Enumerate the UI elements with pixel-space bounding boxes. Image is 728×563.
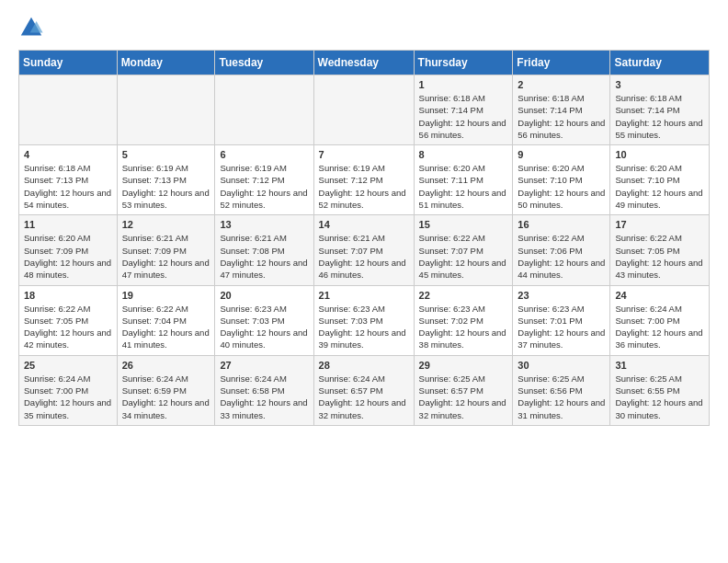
day-number: 30 [518, 360, 605, 371]
cell-content: Sunrise: 6:23 AM Sunset: 7:02 PM Dayligh… [419, 303, 508, 351]
cell-content: Sunrise: 6:22 AM Sunset: 7:04 PM Dayligh… [122, 303, 210, 351]
logo-icon [18, 15, 44, 40]
day-number: 10 [615, 149, 704, 160]
cell-content: Sunrise: 6:19 AM Sunset: 7:13 PM Dayligh… [122, 162, 210, 211]
col-header-thursday: Thursday [414, 51, 513, 75]
day-number: 27 [220, 360, 308, 371]
col-header-sunday: Sunday [19, 51, 118, 75]
cell-content: Sunrise: 6:24 AM Sunset: 7:00 PM Dayligh… [615, 303, 704, 351]
cell-content: Sunrise: 6:18 AM Sunset: 7:14 PM Dayligh… [615, 92, 704, 141]
calendar-cell: 22Sunrise: 6:23 AM Sunset: 7:02 PM Dayli… [414, 285, 513, 355]
header [18, 15, 710, 40]
day-number: 21 [319, 290, 409, 301]
cell-content: Sunrise: 6:19 AM Sunset: 7:12 PM Dayligh… [319, 162, 409, 211]
day-number: 28 [319, 360, 409, 371]
cell-content: Sunrise: 6:22 AM Sunset: 7:05 PM Dayligh… [615, 232, 704, 281]
col-header-monday: Monday [117, 51, 215, 75]
calendar-cell: 31Sunrise: 6:25 AM Sunset: 6:55 PM Dayli… [610, 355, 710, 425]
col-header-friday: Friday [513, 51, 610, 75]
day-number: 8 [419, 149, 508, 160]
calendar-cell: 20Sunrise: 6:23 AM Sunset: 7:03 PM Dayli… [215, 285, 313, 355]
calendar-cell: 25Sunrise: 6:24 AM Sunset: 7:00 PM Dayli… [19, 355, 118, 425]
day-number: 11 [24, 219, 112, 230]
cell-content: Sunrise: 6:24 AM Sunset: 6:58 PM Dayligh… [220, 373, 308, 421]
day-number: 14 [319, 219, 409, 230]
calendar-cell: 8Sunrise: 6:20 AM Sunset: 7:11 PM Daylig… [414, 145, 513, 215]
calendar-cell: 24Sunrise: 6:24 AM Sunset: 7:00 PM Dayli… [610, 285, 710, 355]
cell-content: Sunrise: 6:18 AM Sunset: 7:13 PM Dayligh… [24, 162, 112, 211]
calendar-cell: 30Sunrise: 6:25 AM Sunset: 6:56 PM Dayli… [513, 355, 610, 425]
day-number: 6 [220, 149, 308, 160]
calendar-cell: 26Sunrise: 6:24 AM Sunset: 6:59 PM Dayli… [117, 355, 215, 425]
day-number: 18 [24, 290, 112, 301]
cell-content: Sunrise: 6:22 AM Sunset: 7:05 PM Dayligh… [24, 303, 112, 351]
cell-content: Sunrise: 6:20 AM Sunset: 7:10 PM Dayligh… [615, 162, 704, 211]
calendar-cell: 18Sunrise: 6:22 AM Sunset: 7:05 PM Dayli… [19, 285, 118, 355]
day-number: 17 [615, 219, 704, 230]
calendar-cell [215, 75, 313, 145]
col-header-tuesday: Tuesday [215, 51, 313, 75]
cell-content: Sunrise: 6:18 AM Sunset: 7:14 PM Dayligh… [419, 92, 508, 141]
day-number: 22 [419, 290, 508, 301]
day-number: 26 [122, 360, 210, 371]
day-number: 4 [24, 149, 112, 160]
calendar-cell: 29Sunrise: 6:25 AM Sunset: 6:57 PM Dayli… [414, 355, 513, 425]
cell-content: Sunrise: 6:22 AM Sunset: 7:06 PM Dayligh… [518, 232, 605, 281]
cell-content: Sunrise: 6:20 AM Sunset: 7:09 PM Dayligh… [24, 232, 112, 281]
calendar-cell: 13Sunrise: 6:21 AM Sunset: 7:08 PM Dayli… [215, 215, 313, 285]
day-number: 31 [615, 360, 704, 371]
calendar-cell: 11Sunrise: 6:20 AM Sunset: 7:09 PM Dayli… [19, 215, 118, 285]
cell-content: Sunrise: 6:24 AM Sunset: 6:57 PM Dayligh… [319, 373, 409, 421]
calendar-cell: 3Sunrise: 6:18 AM Sunset: 7:14 PM Daylig… [610, 75, 710, 145]
calendar-cell: 6Sunrise: 6:19 AM Sunset: 7:12 PM Daylig… [215, 145, 313, 215]
calendar-cell: 19Sunrise: 6:22 AM Sunset: 7:04 PM Dayli… [117, 285, 215, 355]
cell-content: Sunrise: 6:25 AM Sunset: 6:56 PM Dayligh… [518, 373, 605, 421]
calendar-cell: 1Sunrise: 6:18 AM Sunset: 7:14 PM Daylig… [414, 75, 513, 145]
cell-content: Sunrise: 6:24 AM Sunset: 7:00 PM Dayligh… [24, 373, 112, 421]
day-number: 19 [122, 290, 210, 301]
calendar-cell: 14Sunrise: 6:21 AM Sunset: 7:07 PM Dayli… [313, 215, 414, 285]
cell-content: Sunrise: 6:22 AM Sunset: 7:07 PM Dayligh… [419, 232, 508, 281]
day-number: 25 [24, 360, 112, 371]
logo [18, 15, 48, 40]
calendar-cell: 4Sunrise: 6:18 AM Sunset: 7:13 PM Daylig… [19, 145, 118, 215]
day-number: 12 [122, 219, 210, 230]
day-number: 3 [615, 79, 704, 90]
day-number: 2 [518, 79, 605, 90]
cell-content: Sunrise: 6:21 AM Sunset: 7:09 PM Dayligh… [122, 232, 210, 281]
day-number: 13 [220, 219, 308, 230]
calendar-cell: 9Sunrise: 6:20 AM Sunset: 7:10 PM Daylig… [513, 145, 610, 215]
day-number: 15 [419, 219, 508, 230]
calendar-cell [313, 75, 414, 145]
day-number: 20 [220, 290, 308, 301]
calendar-cell: 28Sunrise: 6:24 AM Sunset: 6:57 PM Dayli… [313, 355, 414, 425]
day-number: 9 [518, 149, 605, 160]
cell-content: Sunrise: 6:21 AM Sunset: 7:08 PM Dayligh… [220, 232, 308, 281]
calendar-cell: 21Sunrise: 6:23 AM Sunset: 7:03 PM Dayli… [313, 285, 414, 355]
cell-content: Sunrise: 6:21 AM Sunset: 7:07 PM Dayligh… [319, 232, 409, 281]
calendar-cell: 23Sunrise: 6:23 AM Sunset: 7:01 PM Dayli… [513, 285, 610, 355]
cell-content: Sunrise: 6:18 AM Sunset: 7:14 PM Dayligh… [518, 92, 605, 141]
day-number: 24 [615, 290, 704, 301]
cell-content: Sunrise: 6:20 AM Sunset: 7:11 PM Dayligh… [419, 162, 508, 211]
cell-content: Sunrise: 6:25 AM Sunset: 6:55 PM Dayligh… [615, 373, 704, 421]
calendar-cell: 15Sunrise: 6:22 AM Sunset: 7:07 PM Dayli… [414, 215, 513, 285]
calendar-cell: 10Sunrise: 6:20 AM Sunset: 7:10 PM Dayli… [610, 145, 710, 215]
calendar-cell: 17Sunrise: 6:22 AM Sunset: 7:05 PM Dayli… [610, 215, 710, 285]
calendar-cell: 7Sunrise: 6:19 AM Sunset: 7:12 PM Daylig… [313, 145, 414, 215]
day-number: 5 [122, 149, 210, 160]
calendar-cell: 27Sunrise: 6:24 AM Sunset: 6:58 PM Dayli… [215, 355, 313, 425]
day-number: 23 [518, 290, 605, 301]
cell-content: Sunrise: 6:23 AM Sunset: 7:03 PM Dayligh… [220, 303, 308, 351]
day-number: 1 [419, 79, 508, 90]
day-number: 16 [518, 219, 605, 230]
cell-content: Sunrise: 6:25 AM Sunset: 6:57 PM Dayligh… [419, 373, 508, 421]
calendar-cell: 16Sunrise: 6:22 AM Sunset: 7:06 PM Dayli… [513, 215, 610, 285]
day-number: 29 [419, 360, 508, 371]
calendar-cell: 12Sunrise: 6:21 AM Sunset: 7:09 PM Dayli… [117, 215, 215, 285]
calendar-table: SundayMondayTuesdayWednesdayThursdayFrid… [18, 50, 710, 426]
cell-content: Sunrise: 6:20 AM Sunset: 7:10 PM Dayligh… [518, 162, 605, 211]
cell-content: Sunrise: 6:24 AM Sunset: 6:59 PM Dayligh… [122, 373, 210, 421]
calendar-cell: 5Sunrise: 6:19 AM Sunset: 7:13 PM Daylig… [117, 145, 215, 215]
cell-content: Sunrise: 6:23 AM Sunset: 7:03 PM Dayligh… [319, 303, 409, 351]
